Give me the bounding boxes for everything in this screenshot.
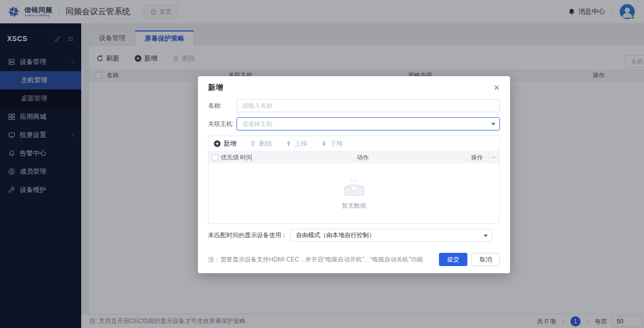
move-down-button[interactable]: 下移 — [321, 139, 343, 148]
arrow-up-icon — [285, 140, 292, 147]
empty-box-icon — [340, 177, 369, 199]
add-policy-dialog: 新增 ✕ 名称: 关联主机: 新增 — [198, 76, 510, 273]
trash-icon — [250, 140, 256, 147]
column-header-priority: 优先级 — [221, 153, 240, 162]
fallback-mode-value: 自由模式（由本地自行控制） — [296, 231, 375, 240]
name-input[interactable] — [236, 99, 500, 112]
fallback-mode-select[interactable]: 自由模式（由本地自行控制） — [290, 229, 492, 242]
plus-circle-icon — [214, 140, 221, 147]
host-field-label: 关联主机: — [208, 120, 236, 128]
empty-state-text: 暂无数据 — [342, 202, 366, 210]
move-up-label: 上移 — [294, 139, 308, 148]
move-up-button[interactable]: 上移 — [285, 139, 308, 148]
dialog-note: 注：需要显示设备支持HDMI CEC，并开启“电视自动开机”、“电视自动关机”功… — [208, 255, 439, 264]
name-field-label: 名称: — [208, 102, 236, 110]
column-header-operation: 操作 — [471, 153, 488, 162]
schedule-select-all-checkbox[interactable] — [212, 154, 218, 161]
move-down-label: 下移 — [330, 139, 343, 148]
column-header-time: 时间 — [240, 153, 357, 162]
schedule-add-button[interactable]: 新增 — [214, 139, 236, 148]
schedule-add-label: 新增 — [223, 139, 236, 148]
schedule-table-header: 优先级 时间 动作 操作 ⋯ — [209, 151, 499, 163]
caret-down-icon — [484, 235, 488, 237]
schedule-delete-label: 删除 — [259, 139, 272, 148]
caret-down-icon — [491, 123, 495, 125]
close-icon[interactable]: ✕ — [493, 84, 500, 91]
submit-button[interactable]: 提交 — [439, 253, 467, 266]
cancel-button[interactable]: 取消 — [471, 253, 500, 266]
host-select[interactable] — [236, 117, 500, 130]
schedule-table: 新增 删除 上移 下移 — [208, 136, 500, 224]
arrow-down-icon — [321, 140, 327, 147]
fallback-mode-label: 未匹配时间的显示设备使用： — [208, 231, 287, 240]
dialog-title: 新增 — [208, 83, 493, 92]
column-settings-button[interactable]: ⋯ — [488, 151, 499, 163]
schedule-delete-button[interactable]: 删除 — [250, 139, 272, 148]
schedule-toolbar: 新增 删除 上移 下移 — [209, 136, 499, 151]
column-header-action: 动作 — [357, 153, 471, 162]
empty-state: 暂无数据 — [209, 163, 499, 223]
